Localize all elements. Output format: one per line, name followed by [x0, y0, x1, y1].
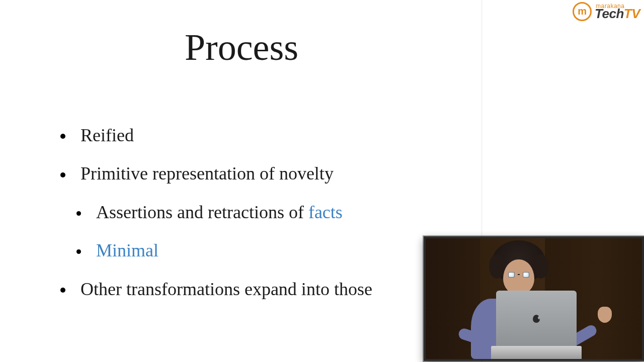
logo-wordmark: marakana TechTV — [595, 4, 640, 20]
bullet-dot-icon — [76, 249, 81, 254]
laptop-icon — [491, 346, 582, 359]
sub-bullet-item: Minimal — [76, 240, 372, 261]
bullet-text: Reified — [80, 125, 134, 146]
bullet-dot-icon — [60, 134, 65, 139]
logo-brand-part2: TV — [624, 8, 640, 20]
channel-logo: m marakana TechTV — [573, 2, 640, 21]
logo-letter: m — [578, 6, 587, 17]
speaker-video-inset — [424, 236, 644, 361]
slide-title: Process — [0, 26, 483, 69]
glasses-bridge — [518, 274, 519, 275]
bullet-text: Other transformations expand into those — [80, 279, 372, 300]
bullet-text: Primitive representation of novelty — [80, 163, 334, 184]
speaker-hand — [598, 307, 612, 323]
glasses-icon — [508, 272, 529, 278]
lens-icon — [523, 272, 529, 278]
sub-bullet-item: Assertions and retractions of facts — [76, 202, 372, 223]
bullet-item: Primitive representation of novelty — [60, 163, 372, 184]
video-frame: Process Reified Primitive representation… — [0, 0, 644, 362]
bullet-text: Assertions and retractions of facts — [96, 202, 343, 223]
bullet-item: Reified — [60, 125, 372, 146]
bullet-text-highlight: facts — [308, 202, 343, 222]
logo-brand-part1: Tech — [595, 8, 624, 20]
bullet-dot-icon — [76, 211, 81, 216]
logo-brand-bottom: TechTV — [595, 8, 640, 20]
bullet-item: Other transformations expand into those — [60, 279, 372, 300]
lens-icon — [508, 272, 515, 278]
bullet-text-prefix: Assertions and retractions of — [96, 202, 308, 222]
logo-circle-icon: m — [573, 2, 592, 21]
bullet-dot-icon — [60, 172, 65, 177]
slide-bullet-list: Reified Primitive representation of nove… — [60, 125, 372, 317]
presentation-slide: Process Reified Primitive representation… — [0, 0, 483, 362]
bullet-text-highlight: Minimal — [96, 240, 158, 261]
apple-logo-icon — [533, 315, 540, 323]
bullet-dot-icon — [60, 288, 65, 293]
